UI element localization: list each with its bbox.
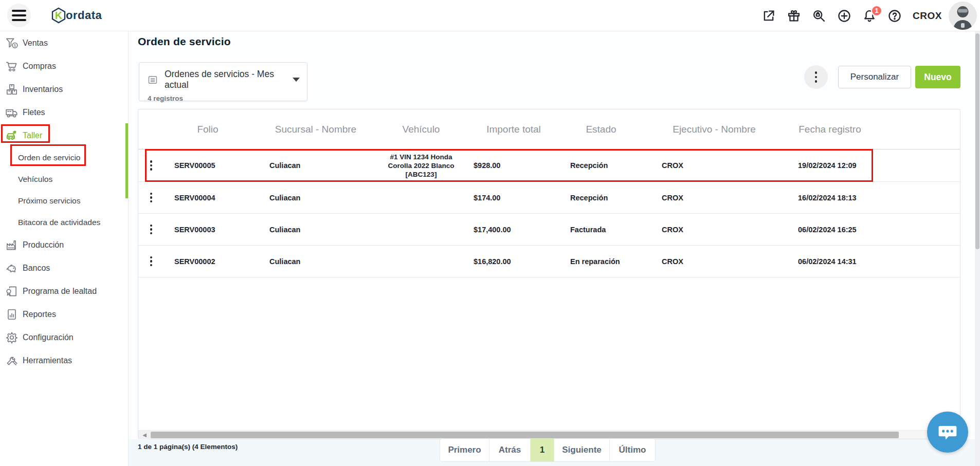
column-header-ejecutivo[interactable]: Ejecutivo - Nombre (637, 124, 791, 135)
sidebar-subitem-orden-de-servicio[interactable]: Orden de servicio (0, 147, 128, 169)
active-section-indicator (125, 123, 128, 198)
logo-text: ordata (66, 9, 102, 22)
horizontal-scrollbar-thumb[interactable] (151, 432, 899, 438)
pagination-prev-button[interactable]: Atrás (489, 439, 531, 461)
column-header-sucursal[interactable]: Sucursal - Nombre (251, 124, 380, 135)
scroll-left-arrow-icon[interactable]: ◀ (138, 431, 151, 439)
zoom-search-icon[interactable] (812, 9, 826, 23)
notifications-bell-icon[interactable]: 1 (862, 9, 877, 23)
chat-widget-button[interactable] (927, 412, 968, 453)
sidebar-item-ventas[interactable]: $ Ventas (0, 31, 128, 54)
sidebar: $ Ventas Compras Inventarios Fletes Tall… (0, 31, 129, 466)
personalizar-button[interactable]: Personalizar (838, 66, 911, 88)
sidebar-item-programa-lealtad[interactable]: Programa de lealtad (0, 279, 128, 303)
logo-hexagon-icon: K (49, 6, 68, 25)
cart-icon (5, 60, 19, 73)
sidebar-item-inventarios[interactable]: Inventarios (0, 78, 128, 101)
view-filter-dropdown[interactable]: Ordenes de servicios - Mes actual 4 regi… (139, 62, 307, 101)
user-name[interactable]: CROX (913, 0, 942, 31)
gift-icon[interactable] (787, 9, 801, 23)
sidebar-item-taller[interactable]: Taller (0, 124, 128, 147)
row-actions-kebab-icon[interactable] (147, 190, 156, 206)
sidebar-item-produccion[interactable]: Producción (0, 233, 128, 256)
page-title: Orden de servicio (138, 35, 231, 48)
help-icon[interactable] (887, 9, 902, 23)
sidebar-item-label: Inventarios (23, 85, 63, 94)
sidebar-item-reportes[interactable]: Reportes (0, 303, 128, 326)
main-content: Orden de servicio Ordenes de servicios -… (129, 31, 980, 466)
sidebar-item-fletes[interactable]: Fletes (0, 101, 128, 124)
column-header-fecha[interactable]: Fecha registro (791, 124, 868, 135)
tools-icon (5, 354, 19, 367)
sidebar-item-label: Herramientas (23, 356, 72, 365)
row-actions-kebab-icon[interactable] (147, 221, 156, 238)
sidebar-item-label: Programa de lealtad (23, 287, 97, 296)
user-avatar[interactable] (949, 2, 977, 30)
cell-importe: $17,400.00 (462, 226, 565, 234)
piggy-bank-icon (5, 262, 19, 275)
filter-label: Ordenes de servicios - Mes actual (165, 69, 282, 90)
pagination-current-page[interactable]: 1 (531, 439, 554, 461)
sidebar-item-label: Ventas (23, 39, 48, 48)
boxes-icon (5, 83, 19, 96)
topbar: K ordata 1 CROX (0, 0, 980, 31)
cell-ejecutivo: CROX (637, 226, 791, 234)
cell-vehiculo: #1 VIN 1234 Honda Corolla 2022 Blanco [A… (380, 153, 462, 179)
app-logo[interactable]: K ordata (49, 6, 102, 25)
cell-estado: En reparación (565, 257, 637, 266)
list-view-icon (148, 74, 158, 86)
cell-folio: SERV00003 (164, 226, 251, 234)
row-actions-kebab-icon[interactable] (147, 157, 156, 174)
sidebar-subitem-bitacora[interactable]: Bitacora de actividades (0, 212, 128, 233)
sidebar-item-herramientas[interactable]: Herramientas (0, 349, 128, 372)
sidebar-item-label: Configuración (23, 333, 74, 342)
report-document-icon (5, 308, 19, 321)
car-service-icon (5, 129, 19, 142)
column-header-importe[interactable]: Importe total (462, 124, 565, 135)
sidebar-item-compras[interactable]: Compras (0, 54, 128, 78)
cell-folio: SERV00002 (164, 257, 251, 266)
cell-fecha: 06/02/2024 16:25 (791, 226, 868, 234)
cell-importe: $174.00 (462, 194, 565, 202)
pagination-summary: 1 de 1 página(s) (4 Elementos) (138, 443, 238, 451)
horizontal-scrollbar[interactable]: ◀ (138, 430, 960, 439)
chevron-down-icon (293, 78, 300, 82)
sidebar-item-label: Bancos (23, 264, 50, 273)
column-header-folio[interactable]: Folio (164, 124, 251, 135)
sidebar-item-configuracion[interactable]: Configuración (0, 326, 128, 349)
table-row[interactable]: SERV00004 Culiacan $174.00 Recepción CRO… (138, 182, 960, 214)
cell-sucursal: Culiacan (251, 257, 380, 266)
external-link-icon[interactable] (761, 9, 776, 23)
sidebar-item-bancos[interactable]: Bancos (0, 256, 128, 279)
pagination-last-button[interactable]: Último (610, 439, 655, 461)
svg-text:$: $ (14, 43, 16, 48)
nuevo-button[interactable]: Nuevo (915, 66, 960, 88)
cell-estado: Recepción (565, 161, 637, 170)
hamburger-menu-button[interactable] (7, 4, 31, 27)
cell-importe: $16,820.00 (462, 257, 565, 266)
add-circle-icon[interactable] (837, 9, 851, 23)
table-row[interactable]: SERV00005 Culiacan #1 VIN 1234 Honda Cor… (138, 150, 960, 182)
svg-text:K: K (55, 10, 63, 21)
sidebar-subitem-vehiculos[interactable]: Vehículos (0, 169, 128, 190)
cell-importe: $928.00 (462, 161, 565, 170)
vertical-scrollbar-thumb[interactable] (975, 33, 979, 249)
pagination-first-button[interactable]: Primero (440, 439, 489, 461)
pagination-next-button[interactable]: Siguiente (554, 439, 610, 461)
table-header-row: Folio Sucursal - Nombre Vehículo Importe… (138, 109, 960, 150)
vertical-scrollbar[interactable] (975, 31, 980, 466)
table-row[interactable]: SERV00002 Culiacan $16,820.00 En reparac… (138, 246, 960, 277)
cell-ejecutivo: CROX (637, 257, 791, 266)
more-options-button[interactable] (804, 65, 828, 89)
column-header-estado[interactable]: Estado (565, 124, 637, 135)
sidebar-subitem-proximo-servicios[interactable]: Próximo servicios (0, 190, 128, 212)
funnel-dollar-icon: $ (5, 36, 19, 50)
cell-sucursal: Culiacan (251, 226, 380, 234)
cell-folio: SERV00005 (164, 161, 251, 170)
medal-document-icon (5, 285, 19, 298)
notification-badge: 1 (871, 5, 882, 16)
cell-sucursal: Culiacan (251, 161, 380, 170)
column-header-vehiculo[interactable]: Vehículo (380, 124, 462, 135)
row-actions-kebab-icon[interactable] (147, 253, 156, 270)
table-row[interactable]: SERV00003 Culiacan $17,400.00 Facturada … (138, 214, 960, 246)
